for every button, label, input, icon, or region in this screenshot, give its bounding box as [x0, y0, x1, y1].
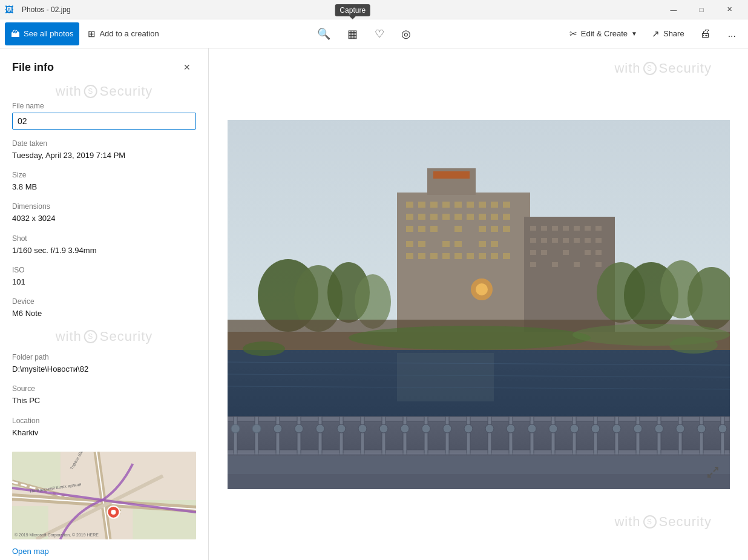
svg-rect-26 — [479, 202, 486, 208]
svg-rect-124 — [594, 417, 597, 455]
capture-container: Capture ▦ — [340, 22, 365, 45]
add-icon: ⊞ — [88, 28, 96, 39]
titlebar: 🖼 Photos - 02.jpg — □ ✕ — [0, 0, 748, 19]
device-section: Device M6 Note — [0, 297, 208, 329]
shot-value: 1/160 sec. f/1.9 3.94mm — [12, 245, 196, 256]
svg-rect-109 — [276, 417, 280, 455]
svg-point-150 — [634, 424, 642, 433]
maximize-button[interactable]: □ — [687, 0, 715, 19]
photo-container — [228, 120, 730, 489]
location-value: Kharkiv — [12, 427, 196, 438]
source-value: This PC — [12, 395, 196, 406]
edit-create-button[interactable]: ✂ Edit & Create ▼ — [563, 22, 643, 45]
shot-section: Shot 1/160 sec. f/1.9 3.94mm — [0, 234, 208, 266]
capture-button[interactable]: ▦ — [340, 22, 365, 45]
dimensions-section: Dimensions 4032 x 3024 — [0, 202, 208, 234]
svg-rect-48 — [454, 241, 462, 247]
close-panel-button[interactable]: ✕ — [178, 58, 196, 76]
svg-point-143 — [485, 424, 494, 433]
toolbar: 🏔 See all photos ⊞ Add to a creation 🔍 C… — [0, 19, 748, 48]
svg-rect-117 — [445, 417, 449, 455]
svg-rect-21 — [418, 202, 425, 208]
sidebar-watermark-area: withSSecurity — [0, 84, 208, 102]
date-taken-label: Date taken — [12, 139, 196, 148]
device-value: M6 Note — [12, 308, 196, 319]
see-all-photos-button[interactable]: 🏔 See all photos — [5, 22, 79, 45]
iso-label: ISO — [12, 266, 196, 274]
zoom-button[interactable]: 🔍 — [310, 22, 338, 45]
svg-point-144 — [507, 424, 515, 433]
iso-value: 101 — [12, 277, 196, 288]
svg-point-141 — [443, 424, 451, 433]
print-button[interactable]: 🖨 — [693, 22, 718, 45]
svg-point-145 — [528, 424, 536, 433]
svg-point-140 — [422, 424, 430, 433]
svg-rect-128 — [678, 417, 682, 455]
svg-rect-32 — [442, 214, 450, 220]
photo-area: withSSecurity — [209, 48, 748, 560]
svg-rect-54 — [442, 253, 450, 259]
svg-rect-24 — [454, 202, 462, 208]
folder-path-value: D:\mysite\Новости\82 — [12, 364, 196, 375]
svg-point-142 — [464, 424, 473, 433]
svg-rect-122 — [551, 417, 555, 455]
svg-rect-98 — [397, 353, 494, 401]
svg-rect-84 — [574, 262, 580, 267]
favorite-button[interactable]: ♡ — [367, 22, 392, 45]
svg-point-137 — [358, 424, 367, 433]
svg-rect-70 — [530, 238, 536, 243]
close-button[interactable]: ✕ — [715, 0, 743, 19]
expand-button[interactable] — [703, 463, 723, 482]
svg-rect-114 — [382, 417, 385, 455]
window-controls: — □ ✕ — [660, 0, 743, 19]
share-icon: ↗ — [652, 28, 660, 39]
svg-point-102 — [349, 326, 591, 350]
add-to-creation-button[interactable]: ⊞ Add to a creation — [82, 22, 165, 45]
svg-rect-28 — [503, 202, 510, 208]
svg-rect-38 — [406, 226, 413, 232]
share-button[interactable]: ↗ Share — [646, 22, 691, 45]
svg-rect-50 — [491, 241, 498, 247]
svg-rect-107 — [234, 417, 237, 455]
svg-rect-105 — [228, 417, 730, 421]
svg-point-13 — [111, 510, 116, 515]
source-section: Source This PC — [0, 384, 208, 416]
svg-rect-41 — [454, 226, 462, 232]
sidebar-watermark-top: withSSecurity — [56, 84, 153, 99]
svg-point-133 — [274, 424, 282, 433]
folder-path-section: Folder path D:\mysite\Новости\82 — [0, 353, 208, 384]
svg-rect-68 — [585, 226, 591, 231]
heart-icon: ♡ — [375, 27, 384, 41]
source-label: Source — [12, 384, 196, 393]
svg-rect-40 — [430, 226, 438, 232]
svg-point-159 — [476, 283, 488, 295]
minimize-button[interactable]: — — [660, 0, 687, 19]
svg-point-132 — [252, 424, 261, 433]
ellipsis-icon: ... — [728, 28, 736, 39]
photo-scene — [228, 120, 730, 489]
svg-rect-126 — [636, 417, 640, 455]
filename-input[interactable] — [12, 113, 196, 130]
map-thumbnail[interactable]: Полтавський Шлях вулиця Тараса Ше... © 2… — [12, 452, 196, 539]
svg-rect-74 — [574, 238, 580, 243]
open-map-link[interactable]: Open map — [0, 544, 208, 560]
date-taken-value: Tuesday, April 23, 2019 7:14 PM — [12, 150, 196, 161]
svg-rect-157 — [228, 453, 730, 489]
svg-rect-71 — [541, 238, 547, 243]
app-icon: 🖼 — [5, 5, 13, 15]
svg-point-151 — [655, 424, 663, 433]
svg-point-135 — [316, 424, 324, 433]
svg-rect-66 — [563, 226, 569, 231]
svg-rect-36 — [491, 214, 498, 220]
svg-rect-59 — [503, 253, 510, 259]
svg-point-134 — [295, 424, 303, 433]
svg-rect-85 — [595, 262, 602, 267]
size-label: Size — [12, 171, 196, 179]
svg-rect-127 — [657, 417, 661, 455]
enhance-button[interactable]: ◎ — [394, 22, 418, 45]
more-button[interactable]: ... — [721, 22, 743, 45]
svg-rect-83 — [552, 262, 558, 267]
svg-point-154 — [718, 424, 727, 433]
svg-rect-130 — [721, 417, 724, 455]
svg-rect-73 — [563, 238, 569, 243]
